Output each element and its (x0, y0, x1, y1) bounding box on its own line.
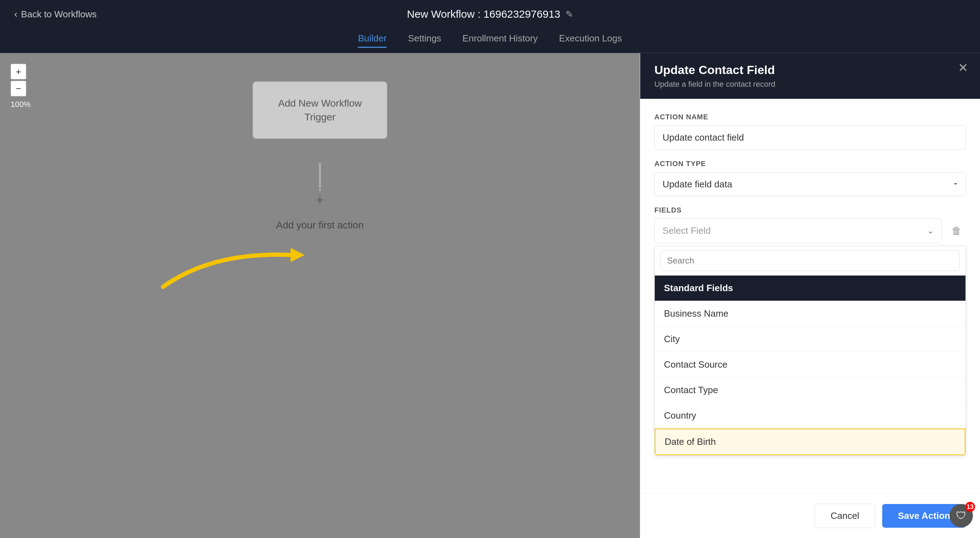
panel-subtitle: Update a field in the contact record (654, 80, 966, 89)
dropdown-header-standard-fields: Standard Fields (655, 276, 966, 301)
back-to-workflows-link[interactable]: ‹ Back to Workflows (14, 8, 97, 20)
tab-builder[interactable]: Builder (358, 33, 387, 48)
action-type-select[interactable]: Update field data (654, 172, 966, 196)
zoom-out-button[interactable]: − (11, 81, 26, 96)
svg-marker-0 (291, 248, 305, 262)
chevron-down-icon: ⌄ (927, 226, 934, 235)
cancel-button[interactable]: Cancel (815, 504, 875, 528)
dropdown-item-city[interactable]: City (655, 327, 966, 352)
add-first-action-label: Add your first action (276, 220, 364, 231)
panel-title: Update Contact Field (654, 63, 966, 77)
main-content: + − 100% Add New Workflow Trigger + Add … (0, 53, 980, 538)
field-dropdown-list: Standard Fields Business Name City Conta… (654, 246, 966, 455)
dropdown-item-date-of-birth[interactable]: Date of Birth (655, 428, 966, 455)
panel-header: Update Contact Field Update a field in t… (640, 53, 980, 99)
canvas-area: + − 100% Add New Workflow Trigger + Add … (0, 53, 640, 538)
edit-title-icon[interactable]: ✎ (565, 9, 573, 20)
notification-badge[interactable]: 🛡 13 (950, 504, 973, 527)
connector-line (319, 163, 321, 191)
zoom-in-button[interactable]: + (11, 64, 26, 79)
add-action-plus-icon: + (316, 193, 323, 208)
dropdown-item-business-name[interactable]: Business Name (655, 301, 966, 327)
dropdown-item-country[interactable]: Country (655, 403, 966, 428)
tab-settings[interactable]: Settings (408, 33, 441, 48)
zoom-controls: + − 100% (11, 64, 30, 109)
panel-close-button[interactable]: ✕ (958, 62, 968, 74)
panel-body: ACTION NAME ACTION TYPE Update field dat… (640, 99, 980, 494)
tabs-bar: Builder Settings Enrollment History Exec… (0, 29, 980, 53)
action-name-label: ACTION NAME (654, 113, 966, 121)
workflow-title-text: New Workflow : 1696232976913 (407, 8, 560, 20)
workflow-trigger-box[interactable]: Add New Workflow Trigger (253, 81, 387, 139)
workflow-title: New Workflow : 1696232976913 ✎ (407, 8, 573, 20)
select-field-wrapper: Select Field ⌄ 🗑 (654, 219, 966, 243)
field-search-input[interactable] (660, 251, 960, 271)
action-type-label: ACTION TYPE (654, 160, 966, 168)
delete-field-button[interactable]: 🗑 (947, 222, 966, 240)
right-panel: Update Contact Field Update a field in t… (640, 53, 980, 538)
notification-icon: 🛡 (956, 509, 967, 522)
notification-count: 13 (965, 502, 975, 512)
fields-section: FIELDS Select Field ⌄ 🗑 (654, 206, 966, 455)
back-arrow-icon: ‹ (14, 8, 18, 20)
tab-enrollment-history[interactable]: Enrollment History (462, 33, 538, 48)
trigger-box-label: Add New Workflow Trigger (278, 98, 362, 122)
add-action-button[interactable]: + (307, 188, 332, 213)
tab-execution-logs[interactable]: Execution Logs (559, 33, 622, 48)
back-label: Back to Workflows (21, 9, 96, 20)
top-navigation: ‹ Back to Workflows New Workflow : 16962… (0, 0, 980, 29)
trash-icon: 🗑 (951, 225, 962, 236)
dropdown-item-contact-source[interactable]: Contact Source (655, 352, 966, 378)
fields-label: FIELDS (654, 206, 966, 214)
action-name-input[interactable] (654, 125, 966, 150)
panel-footer: Cancel Save Action (640, 494, 980, 538)
select-field-placeholder: Select Field (663, 225, 711, 236)
search-wrapper (655, 246, 966, 276)
select-field-dropdown[interactable]: Select Field ⌄ (654, 219, 942, 243)
yellow-arrow-annotation (142, 223, 319, 294)
dropdown-item-contact-type[interactable]: Contact Type (655, 378, 966, 403)
zoom-level-label: 100% (11, 100, 30, 109)
